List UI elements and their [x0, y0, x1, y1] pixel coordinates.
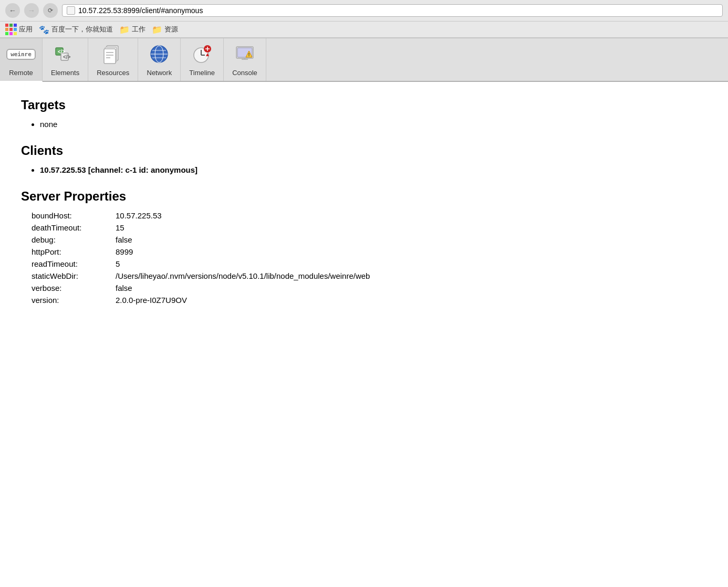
prop-value: 8999 [116, 247, 133, 256]
baidu-icon: 🐾 [39, 25, 49, 35]
prop-key: debug: [32, 235, 116, 244]
nav-bar: ← → ⟳ 10.57.225.53:8999/client/#anonymou… [0, 0, 728, 22]
tab-console-label: Console [232, 69, 257, 77]
prop-value: 2.0.0-pre-I0Z7U9OV [116, 296, 187, 305]
prop-key: deathTimeout: [32, 223, 116, 232]
clients-heading: Clients [21, 143, 707, 158]
prop-row: debug:false [32, 235, 707, 244]
bookmark-resources-label: 资源 [164, 25, 178, 34]
svg-rect-6 [104, 49, 116, 64]
prop-row: boundHost:10.57.225.53 [32, 211, 707, 220]
timeline-icon-area [190, 41, 215, 67]
bookmark-baidu-label: 百度一下，你就知道 [51, 25, 113, 34]
prop-row: version:2.0.0-pre-I0Z7U9OV [32, 296, 707, 305]
address-bar[interactable]: 10.57.225.53:8999/client/#anonymous [62, 4, 723, 17]
devtools-toolbar: weinre Remote </> </> Elements [0, 38, 728, 82]
server-heading: Server Properties [21, 189, 707, 204]
bookmark-resources[interactable]: 📁 资源 [152, 25, 178, 35]
prop-value: /Users/liheyao/.nvm/versions/node/v5.10.… [116, 271, 370, 280]
bookmark-apps-label: 应用 [19, 25, 33, 34]
browser-chrome: ← → ⟳ 10.57.225.53:8999/client/#anonymou… [0, 0, 728, 38]
tab-elements[interactable]: </> </> Elements [43, 38, 88, 81]
elements-icon-area: </> </> [53, 41, 78, 67]
tab-timeline[interactable]: Timeline [181, 38, 224, 81]
main-content: Targets none Clients 10.57.225.53 [chann… [0, 82, 728, 335]
tab-console[interactable]: ! Console [224, 38, 266, 81]
bookmark-apps[interactable]: 应用 [5, 24, 33, 35]
prop-key: httpPort: [32, 247, 116, 256]
clients-list: 10.57.225.53 [channel: c-1 id: anonymous… [21, 165, 707, 174]
console-icon: ! [234, 44, 255, 65]
tab-remote-label: Remote [9, 69, 33, 77]
prop-key: version: [32, 296, 116, 305]
tab-timeline-label: Timeline [189, 69, 215, 77]
tab-resources-label: Resources [97, 69, 129, 77]
targets-section: Targets none [21, 98, 707, 129]
bookmark-work[interactable]: 📁 工作 [119, 25, 145, 35]
console-icon-area: ! [232, 41, 257, 67]
weinre-icon: weinre [6, 49, 36, 60]
prop-value: false [116, 235, 132, 244]
prop-value: 5 [116, 259, 120, 268]
svg-text:</>: </> [63, 54, 71, 60]
prop-row: verbose:false [32, 284, 707, 292]
network-icon-area [147, 41, 172, 67]
svg-text:!: ! [248, 52, 250, 57]
clients-section: Clients 10.57.225.53 [channel: c-1 id: a… [21, 143, 707, 174]
prop-row: httpPort:8999 [32, 247, 707, 256]
tab-resources[interactable]: Resources [88, 38, 138, 81]
prop-key: boundHost: [32, 211, 116, 220]
apps-grid-icon [5, 24, 17, 35]
tab-elements-label: Elements [51, 69, 79, 77]
bookmark-baidu[interactable]: 🐾 百度一下，你就知道 [39, 25, 113, 35]
prop-key: staticWebDir: [32, 271, 116, 280]
prop-value: false [116, 284, 132, 292]
prop-row: staticWebDir:/Users/liheyao/.nvm/version… [32, 271, 707, 280]
bookmarks-bar: 应用 🐾 百度一下，你就知道 📁 工作 📁 资源 [0, 22, 728, 38]
reload-button[interactable]: ⟳ [43, 3, 58, 18]
elements-icon: </> </> [55, 44, 76, 65]
resources-icon [102, 44, 123, 65]
bookmark-work-label: 工作 [132, 25, 145, 34]
timeline-icon [192, 44, 213, 65]
client-item: 10.57.225.53 [channel: c-1 id: anonymous… [40, 165, 707, 174]
targets-none: none [40, 120, 707, 129]
tab-remote[interactable]: weinre Remote [0, 38, 43, 82]
server-section: Server Properties boundHost:10.57.225.53… [21, 189, 707, 305]
server-props-table: boundHost:10.57.225.53deathTimeout:15deb… [32, 211, 707, 305]
network-icon [149, 44, 170, 65]
tab-network[interactable]: Network [138, 38, 181, 81]
folder-icon-2: 📁 [152, 25, 162, 35]
resources-icon-area [100, 41, 126, 67]
prop-row: deathTimeout:15 [32, 223, 707, 232]
prop-value: 15 [116, 223, 124, 232]
prop-key: verbose: [32, 284, 116, 292]
prop-row: readTimeout:5 [32, 259, 707, 268]
remote-icon-area: weinre [8, 41, 34, 67]
page-icon [67, 6, 75, 15]
prop-key: readTimeout: [32, 259, 116, 268]
address-text: 10.57.225.53:8999/client/#anonymous [78, 6, 203, 15]
prop-value: 10.57.225.53 [116, 211, 162, 220]
folder-icon: 📁 [119, 25, 130, 35]
tab-network-label: Network [147, 69, 172, 77]
forward-button[interactable]: → [24, 3, 39, 18]
targets-list: none [21, 120, 707, 129]
targets-heading: Targets [21, 98, 707, 112]
back-button[interactable]: ← [5, 3, 20, 18]
